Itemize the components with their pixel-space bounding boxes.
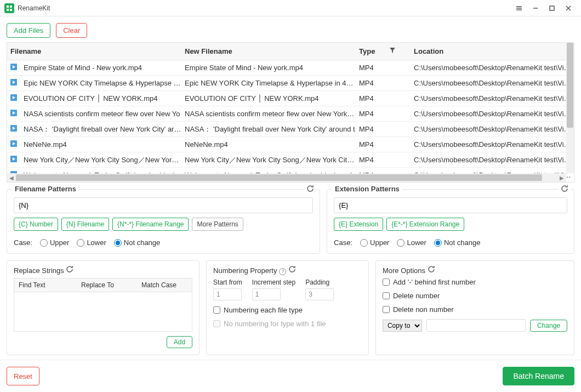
tag-n-filename[interactable]: {N} Filename (61, 218, 109, 231)
tag-extension-range[interactable]: {E*-*} Extension Range (386, 218, 464, 231)
reset-button[interactable]: Reset (7, 367, 39, 385)
header-type[interactable]: Type (356, 47, 411, 55)
refresh-icon[interactable] (428, 266, 435, 275)
delete-non-number-checkbox[interactable] (383, 306, 390, 313)
increment-input[interactable] (252, 288, 281, 300)
more-options-panel: More Options Add '-' behind first number… (375, 260, 574, 355)
cell-new-filename: EVOLUTION OF CITY │ NEW YORK.mp4 (181, 94, 356, 103)
vertical-scrollbar[interactable] (566, 43, 574, 173)
cell-filename: EVOLUTION OF CITY │ NEW YORK.mp4 (20, 94, 181, 103)
refresh-icon[interactable] (304, 185, 316, 194)
cell-new-filename: New York City／New York City Song／New Yor… (181, 155, 356, 165)
cell-type: MP4 (356, 156, 411, 164)
tag-filename-range[interactable]: {N*-*} Filename Range (112, 218, 189, 231)
minimize-button[interactable] (527, 0, 544, 16)
close-button[interactable] (560, 0, 577, 16)
toolbar: Add Files Clear (0, 16, 581, 42)
numbering-each-type-checkbox[interactable] (213, 306, 220, 314)
tag-more-patterns[interactable]: More Patterns (192, 218, 243, 231)
header-filename[interactable]: Filename (7, 47, 181, 55)
ext-case-lower-radio[interactable]: Lower (397, 238, 426, 247)
cell-filename: NASA scientists confirm meteor flew over… (20, 110, 181, 118)
padding-input[interactable] (305, 288, 334, 300)
refresh-icon[interactable] (288, 266, 296, 275)
file-icon (7, 139, 20, 150)
case-label: Case: (14, 238, 32, 247)
table-row[interactable]: NASA： 'Daylight fireball over New York C… (7, 122, 574, 137)
cell-location: C:\Users\mobeesoft\Desktop\RenameKit tes… (411, 94, 574, 103)
replace-table-body[interactable] (14, 292, 192, 332)
table-header: Filename New Filename Type Location (7, 43, 574, 60)
more-options-title: More Options (383, 266, 425, 275)
extension-pattern-input[interactable] (334, 197, 567, 213)
cell-type: MP4 (356, 94, 411, 103)
maximize-button[interactable] (544, 0, 560, 16)
numbering-title: Numbering Property? (213, 266, 286, 275)
numbering-panel: Numbering Property? Start from Increment… (206, 260, 369, 355)
table-row[interactable]: NASA scientists confirm meteor flew over… (7, 106, 574, 122)
files-table: Filename New Filename Type Location Empi… (7, 42, 574, 183)
svg-rect-8 (550, 6, 554, 10)
cell-type: MP4 (356, 140, 411, 149)
cell-new-filename: NeNeNe.mp4 (181, 140, 356, 149)
table-row[interactable]: Empire State of Mind - New york.mp4Empir… (7, 60, 574, 76)
tag-c-number[interactable]: {C} Number (14, 218, 58, 231)
file-icon (7, 93, 20, 104)
header-replace-to: Replace To (77, 281, 137, 289)
cell-location: C:\Users\mobeesoft\Desktop\RenameKit tes… (411, 64, 574, 72)
app-title: RenameKit (18, 4, 50, 12)
filename-pattern-input[interactable] (14, 197, 313, 213)
table-row[interactable]: EVOLUTION OF CITY │ NEW YORK.mp4EVOLUTIO… (7, 91, 574, 106)
tag-e-extension[interactable]: {E} Extension (334, 218, 383, 231)
refresh-icon[interactable] (559, 185, 571, 194)
clear-button[interactable]: Clear (56, 23, 87, 38)
cell-filename: Empire State of Mind - New york.mp4 (20, 64, 181, 72)
change-button[interactable]: Change (530, 320, 567, 332)
start-from-input[interactable] (213, 288, 242, 300)
extension-patterns-title: Extension Patterns (333, 185, 402, 193)
app-icon (4, 3, 14, 13)
file-icon (7, 63, 20, 73)
add-replace-button[interactable]: Add (167, 336, 192, 348)
cell-filename: NeNeNe.mp4 (20, 140, 181, 149)
case-notchange-radio[interactable]: Not change (114, 238, 161, 247)
header-find-text: Find Text (14, 281, 77, 289)
cell-new-filename: NASA scientists confirm meteor flew over… (181, 110, 356, 118)
cell-type: MP4 (356, 79, 411, 87)
cell-filename: Epic NEW YORK City Timelapse & Hyperlaps… (20, 79, 181, 87)
header-new-filename[interactable]: New Filename (181, 47, 356, 55)
replace-strings-panel: Replace Strings Find Text Replace To Mat… (7, 260, 200, 355)
refresh-icon[interactable] (66, 266, 73, 275)
titlebar: RenameKit (0, 0, 581, 16)
header-location[interactable]: Location (411, 47, 574, 55)
file-icon (7, 78, 20, 88)
table-row[interactable]: NeNeNe.mp4NeNeNe.mp4MP4C:\Users\mobeesof… (7, 137, 574, 152)
destination-input[interactable] (426, 319, 526, 332)
filter-icon[interactable] (389, 47, 396, 55)
padding-label: Padding (305, 279, 334, 286)
table-row[interactable]: Epic NEW YORK City Timelapse & Hyperlaps… (7, 76, 574, 91)
delete-number-checkbox[interactable] (383, 292, 390, 299)
help-icon[interactable]: ? (279, 268, 286, 275)
ext-case-upper-radio[interactable]: Upper (360, 238, 389, 247)
menu-icon[interactable] (511, 0, 527, 16)
case-lower-radio[interactable]: Lower (77, 238, 106, 247)
case-upper-radio[interactable]: Upper (40, 238, 69, 247)
add-files-button[interactable]: Add Files (7, 23, 50, 38)
start-from-label: Start from (213, 279, 242, 286)
horizontal-scrollbar[interactable]: ◀ ▶ (7, 173, 566, 182)
cell-location: C:\Users\mobeesoft\Desktop\RenameKit tes… (411, 156, 574, 164)
cell-type: MP4 (356, 110, 411, 118)
ext-case-notchange-radio[interactable]: Not change (434, 238, 481, 247)
ext-case-label: Case: (334, 238, 352, 247)
table-row[interactable]: New York City／New York City Song／New Yor… (7, 152, 574, 168)
batch-rename-button[interactable]: Batch Rename (503, 367, 574, 385)
cell-type: MP4 (356, 64, 411, 72)
cell-filename: New York City／New York City Song／New Yor… (20, 155, 181, 165)
add-dash-checkbox[interactable] (383, 279, 390, 286)
cell-location: C:\Users\mobeesoft\Desktop\RenameKit tes… (411, 110, 574, 118)
no-numbering-single-checkbox (213, 320, 220, 327)
svg-rect-0 (7, 5, 9, 8)
svg-rect-1 (10, 5, 12, 8)
copy-move-select[interactable]: Copy to (383, 320, 422, 332)
